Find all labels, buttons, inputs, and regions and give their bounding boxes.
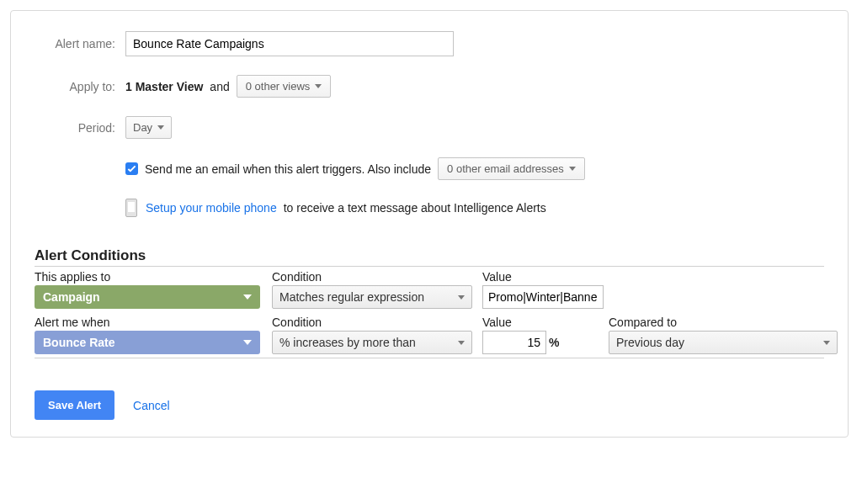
condition2-select[interactable]: % increases by more than: [272, 331, 472, 354]
email-checkbox[interactable]: [125, 162, 138, 175]
condition1-value: Matches regular expression: [279, 290, 424, 304]
alert-panel: Alert name: Apply to: 1 Master View and …: [10, 10, 849, 438]
period-dropdown[interactable]: Day: [125, 116, 172, 139]
condition1-select[interactable]: Matches regular expression: [272, 285, 472, 309]
setup-mobile-link[interactable]: Setup your mobile phone: [146, 201, 277, 215]
compared-to-value: Previous day: [616, 336, 684, 349]
caret-down-icon: [157, 125, 164, 130]
applies-to-value: Campaign: [43, 290, 100, 304]
value1-input[interactable]: [482, 285, 604, 309]
conditions-row1-controls: Campaign Matches regular expression: [35, 285, 824, 312]
caret-down-icon: [823, 341, 830, 345]
caret-down-icon: [458, 341, 465, 345]
other-emails-dropdown[interactable]: 0 other email addresses: [438, 157, 585, 180]
alert-name-row: Alert name:: [35, 31, 824, 56]
phone-icon: [125, 199, 137, 217]
conditions-row2-labels: Alert me when Condition Value Compared t…: [35, 312, 824, 331]
value2-input[interactable]: [482, 331, 546, 354]
apply-to-and: and: [210, 80, 229, 93]
alert-when-value: Bounce Rate: [43, 336, 115, 349]
period-value: Day: [133, 121, 152, 134]
caret-down-icon: [458, 295, 465, 300]
condition2-label: Condition: [272, 314, 482, 331]
value2-label: Value: [482, 314, 609, 331]
conditions-grid: This applies to Condition Value Campaign…: [35, 266, 824, 358]
apply-to-label: Apply to:: [35, 80, 125, 93]
email-row: Send me an email when this alert trigger…: [35, 157, 824, 180]
alert-name-input[interactable]: [125, 31, 454, 56]
applies-to-select[interactable]: Campaign: [35, 285, 260, 309]
other-views-value: 0 other views: [246, 80, 311, 93]
save-alert-button[interactable]: Save Alert: [35, 390, 114, 420]
cancel-link[interactable]: Cancel: [133, 399, 170, 412]
caret-down-icon: [243, 294, 252, 300]
caret-down-icon: [315, 84, 322, 88]
check-icon: [127, 164, 136, 173]
alert-conditions-heading: Alert Conditions: [35, 247, 824, 264]
alert-name-label: Alert name:: [35, 37, 125, 50]
conditions-row1-labels: This applies to Condition Value: [35, 267, 824, 285]
condition2-value: % increases by more than: [279, 336, 416, 349]
master-view-name: 1 Master View: [125, 80, 203, 93]
conditions-row2-controls: Bounce Rate % increases by more than % P…: [35, 331, 824, 358]
alert-when-label: Alert me when: [35, 314, 272, 331]
compared-to-select[interactable]: Previous day: [609, 331, 838, 354]
apply-to-row: Apply to: 1 Master View and 0 other view…: [35, 75, 824, 98]
email-text: Send me an email when this alert trigger…: [145, 162, 431, 176]
value-label: Value: [482, 268, 609, 285]
mobile-row: Setup your mobile phone to receive a tex…: [35, 199, 824, 217]
caret-down-icon: [569, 167, 576, 171]
percent-sign: %: [549, 336, 559, 349]
caret-down-icon: [243, 340, 252, 345]
applies-to-label: This applies to: [35, 268, 272, 285]
alert-when-select[interactable]: Bounce Rate: [35, 331, 260, 354]
period-label: Period:: [35, 121, 125, 135]
actions-row: Save Alert Cancel: [35, 390, 824, 420]
other-emails-value: 0 other email addresses: [447, 162, 564, 175]
other-views-dropdown[interactable]: 0 other views: [237, 75, 332, 98]
period-row: Period: Day: [35, 116, 824, 139]
mobile-text-after: to receive a text message about Intellig…: [284, 201, 546, 215]
compared-label: Compared to: [609, 314, 844, 331]
condition-label: Condition: [272, 268, 482, 285]
